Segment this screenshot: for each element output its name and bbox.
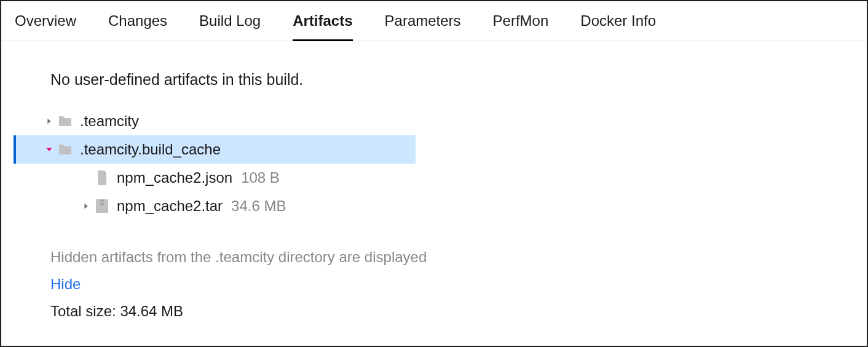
- artifacts-content: No user-defined artifacts in this build.…: [1, 41, 867, 347]
- tab-overview[interactable]: Overview: [15, 12, 76, 41]
- folder-icon: [57, 143, 74, 156]
- tree-row-teamcity[interactable]: .teamcity: [14, 107, 867, 135]
- archive-icon: [93, 199, 111, 213]
- tree-size: 34.6 MB: [231, 197, 286, 215]
- total-size: Total size: 34.64 MB: [50, 299, 867, 324]
- artifacts-tree: .teamcity .teamcity.build_cache npm_cach…: [14, 107, 867, 220]
- tree-label: .teamcity.build_cache: [80, 141, 221, 158]
- tree-label: npm_cache2.json: [117, 169, 232, 186]
- tree-row-tar[interactable]: npm_cache2.tar 34.6 MB: [14, 192, 867, 220]
- artifacts-footer: Hidden artifacts from the .teamcity dire…: [50, 245, 867, 347]
- folder-icon: [57, 115, 74, 127]
- tree-row-build-cache[interactable]: .teamcity.build_cache: [14, 135, 416, 164]
- svg-rect-2: [100, 203, 104, 205]
- svg-rect-1: [100, 199, 104, 202]
- tree-size: 108 B: [241, 169, 280, 186]
- tab-build-log[interactable]: Build Log: [199, 12, 261, 41]
- tree-row-json[interactable]: npm_cache2.json 108 B: [14, 164, 867, 192]
- tab-parameters[interactable]: Parameters: [385, 12, 461, 41]
- no-artifacts-message: No user-defined artifacts in this build.: [50, 71, 867, 89]
- tab-changes[interactable]: Changes: [108, 12, 167, 41]
- tabs-bar: Overview Changes Build Log Artifacts Par…: [1, 1, 867, 41]
- tree-label: npm_cache2.tar: [117, 197, 223, 215]
- chevron-right-icon[interactable]: [42, 117, 57, 126]
- tab-perfmon[interactable]: PerfMon: [493, 12, 549, 41]
- hide-link[interactable]: Hide: [50, 272, 867, 297]
- tab-docker-info[interactable]: Docker Info: [580, 12, 656, 41]
- file-icon: [93, 170, 111, 186]
- tree-label: .teamcity: [80, 113, 139, 130]
- chevron-down-icon[interactable]: [42, 145, 57, 154]
- hidden-artifacts-note: Hidden artifacts from the .teamcity dire…: [50, 245, 867, 269]
- publish-note: Some artifacts of this build were publis…: [50, 345, 867, 347]
- tab-artifacts[interactable]: Artifacts: [293, 12, 352, 41]
- chevron-right-icon[interactable]: [79, 202, 93, 210]
